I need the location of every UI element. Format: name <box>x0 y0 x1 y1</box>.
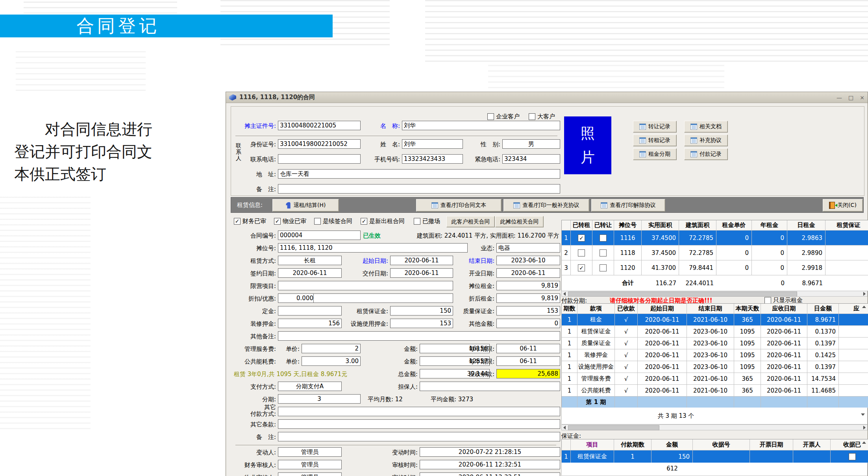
address-field[interactable]: 仓库一天看 <box>278 169 560 179</box>
cell[interactable]: 2021-06-10 <box>687 314 734 326</box>
table-row[interactable]: 1 <box>562 450 571 463</box>
new-lease-checkbox[interactable]: ✓ <box>361 218 367 225</box>
cell[interactable] <box>839 314 868 326</box>
restricted-items-field[interactable] <box>278 281 453 290</box>
cell[interactable]: 2020-06-11 <box>761 373 807 385</box>
cell[interactable]: 150 <box>651 450 693 463</box>
scroll-down-icon[interactable] <box>861 413 865 416</box>
finance-audited-checkbox[interactable]: ✓ <box>234 218 241 225</box>
mgmt-term-field[interactable]: 06-11 <box>496 344 560 353</box>
cell[interactable] <box>825 231 868 245</box>
scroll-left-icon[interactable] <box>563 292 566 296</box>
cell[interactable]: 公共能耗费 <box>577 385 615 397</box>
cell[interactable]: 租金 <box>577 314 615 326</box>
cell[interactable]: 租赁保证金 <box>571 450 614 463</box>
sublet-checkbox-cell[interactable]: ✓ <box>571 231 592 245</box>
guarantor-field[interactable] <box>420 382 560 391</box>
cell[interactable]: 2020-06-11 <box>638 349 687 361</box>
other-clause-field[interactable] <box>278 419 560 429</box>
renewal-contract-checkbox[interactable] <box>314 218 321 225</box>
table-row[interactable]: 1 <box>562 349 577 361</box>
table-row[interactable]: 1 <box>562 326 577 338</box>
cell[interactable]: 管理服务费 <box>577 373 615 385</box>
transfer-checkbox-cell[interactable] <box>592 260 614 275</box>
deposit-field[interactable] <box>278 306 342 315</box>
end-date-field[interactable]: 2023-06-10 <box>496 256 560 265</box>
discount-field[interactable]: 0.000 <box>278 293 315 303</box>
close-button[interactable]: 关闭(C) <box>823 199 863 212</box>
cell[interactable] <box>825 245 868 260</box>
urgent-tel-field[interactable]: 323434 <box>502 154 560 164</box>
cell[interactable]: 1095 <box>734 349 761 361</box>
mobile-field[interactable]: 13323423433 <box>402 154 463 164</box>
open-date-field[interactable]: 2020-06-11 <box>496 268 560 278</box>
vip-customer-checkbox[interactable] <box>529 113 535 120</box>
cell[interactable]: 2023-06-10 <box>687 349 734 361</box>
owner-note-field[interactable] <box>278 184 560 194</box>
table-row[interactable]: 2 <box>562 245 571 260</box>
table-row[interactable]: 1 <box>562 338 577 349</box>
lease-type-field[interactable]: 长租 <box>278 256 342 265</box>
cell[interactable]: 2020-06-11 <box>761 326 807 338</box>
minimize-button[interactable]: — <box>837 94 842 101</box>
receipt-checkbox-cell[interactable] <box>831 450 868 463</box>
start-date-field[interactable]: 2020-06-11 <box>390 256 453 265</box>
sublet-checkbox-cell[interactable] <box>571 245 592 260</box>
cell[interactable]: 79.8441 <box>679 260 716 275</box>
pay-method-field[interactable]: 分期支付A <box>278 382 342 391</box>
cell[interactable]: 72.2785 <box>679 231 716 245</box>
table-row[interactable]: 1 <box>562 385 577 397</box>
cell[interactable]: 2020-06-11 <box>638 385 687 397</box>
energy-unit-field[interactable]: 3.00 <box>302 356 361 366</box>
sign-date-field[interactable]: 2020-06-11 <box>278 268 342 278</box>
cell[interactable] <box>750 450 793 463</box>
cell[interactable]: 1120 <box>614 260 642 275</box>
scroll-left-icon[interactable] <box>563 426 566 430</box>
cell[interactable] <box>793 450 831 463</box>
close-window-button[interactable]: × <box>860 94 864 101</box>
cell[interactable]: 1095 <box>734 361 761 373</box>
cell[interactable]: 2020-06-11 <box>761 338 807 349</box>
cell[interactable]: 2.9863 <box>787 231 825 245</box>
installment-field[interactable]: 3 <box>278 394 361 404</box>
cell[interactable]: 365 <box>734 314 761 326</box>
cell[interactable]: 1118 <box>614 245 642 260</box>
cell[interactable]: 0 <box>716 245 752 260</box>
stall-contracts-button[interactable]: 此摊位相关合同 <box>495 216 544 227</box>
print-supplement-button[interactable]: 查看/打印一般补充协议 <box>503 199 589 212</box>
cell[interactable]: 2020-06-11 <box>638 338 687 349</box>
cell[interactable]: 37.4500 <box>642 231 679 245</box>
refund-settle-button[interactable]: 退租/结算(H) <box>272 199 339 212</box>
group-row-label[interactable]: 第 1 期 <box>577 397 615 408</box>
scroll-up-icon[interactable] <box>862 441 866 444</box>
left-market-checkbox[interactable] <box>414 218 420 225</box>
related-docs-button[interactable]: 相关文档 <box>684 121 728 133</box>
transfer-checkbox-cell[interactable] <box>592 245 614 260</box>
table-row[interactable]: 1 <box>562 231 571 245</box>
cell[interactable]: 0 <box>752 231 787 245</box>
cell[interactable]: 2020-06-11 <box>761 314 807 326</box>
cell[interactable]: 租赁保证金 <box>577 326 615 338</box>
change-time-field[interactable]: 2020-07-22 21:28:15 <box>420 447 560 457</box>
other-amount-field[interactable]: 0 <box>496 319 560 328</box>
cell[interactable]: 2023-06-10 <box>687 338 734 349</box>
cell[interactable] <box>839 385 868 397</box>
finance-audit-time-field[interactable]: 2020-06-11 12:32:51 <box>420 460 560 469</box>
received-check[interactable]: √ <box>615 349 638 361</box>
scroll-right-icon[interactable] <box>863 426 866 430</box>
sublet-checkbox-cell[interactable]: ✓ <box>571 260 592 275</box>
owner-name-field[interactable]: 刘华 <box>402 121 560 130</box>
other-pay-field[interactable] <box>278 407 560 416</box>
table-row[interactable]: 1 <box>562 361 577 373</box>
cell[interactable]: 41.3700 <box>642 260 679 275</box>
cell[interactable]: 2020-06-11 <box>761 349 807 361</box>
cell[interactable] <box>839 349 868 361</box>
cell[interactable]: 14.7534 <box>807 373 839 385</box>
maximize-button[interactable]: □ <box>848 94 853 101</box>
quality-bond-field[interactable]: 153 <box>496 306 560 315</box>
cell[interactable]: 2023-06-10 <box>687 326 734 338</box>
cell[interactable]: 2.9918 <box>787 260 825 275</box>
cell[interactable]: 2020-06-11 <box>761 361 807 373</box>
property-audit-time-field[interactable]: 2020-06-11 12:32:51 <box>420 472 560 476</box>
contract-no-field[interactable]: 000004 <box>278 231 361 240</box>
